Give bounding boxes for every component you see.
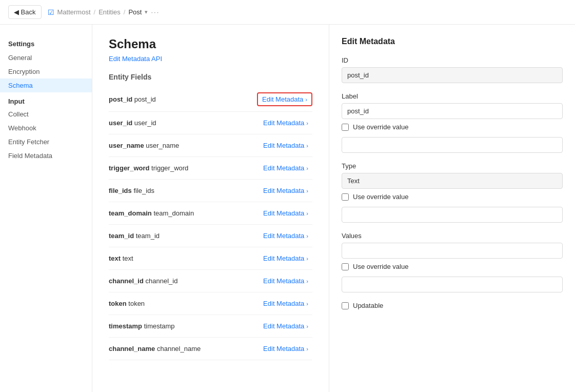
label-section: Label Use override value [342,92,563,153]
schema-title: Schema [109,37,312,51]
field-name-user_id: user_id user_id [109,119,156,127]
type-label: Type [342,162,563,170]
updatable-label: Updatable [353,302,383,309]
breadcrumb-sep2: / [124,8,126,16]
chevron-right-icon: › [306,301,308,307]
chevron-right-icon: › [306,120,308,126]
chevron-right-icon: › [306,188,308,194]
override-values-input[interactable] [342,277,563,292]
edit-metadata-btn-trigger_word[interactable]: Edit Metadata › [259,162,312,174]
field-name-trigger_word: trigger_word trigger_word [109,164,188,172]
breadcrumb-app[interactable]: Mattermost [57,8,91,16]
type-input[interactable] [342,173,563,189]
use-override-type-text: Use override value [353,193,408,201]
sidebar-item-entity-fetcher[interactable]: Entity Fetcher [0,135,92,149]
breadcrumb-current: Post [128,8,142,16]
label-input[interactable] [342,103,563,119]
chevron-right-icon: › [306,346,308,352]
breadcrumb-sep1: / [94,8,96,16]
input-section-title: Input [0,92,92,107]
edit-metadata-btn-post_id[interactable]: Edit Metadata › [257,92,312,106]
chevron-right-icon: › [306,278,308,284]
main-layout: Settings General Encryption Schema Input… [0,25,575,392]
sidebar-item-schema[interactable]: Schema [0,79,92,92]
use-override-label-checkbox[interactable] [342,124,349,131]
edit-metadata-btn-channel_name[interactable]: Edit Metadata › [259,343,312,355]
id-input[interactable] [342,67,563,83]
edit-metadata-btn-timestamp[interactable]: Edit Metadata › [259,320,312,332]
field-name-post_id: post_id post_id [109,95,156,103]
chevron-right-icon: › [306,143,308,149]
entity-fields-title: Entity Fields [109,73,312,81]
edit-metadata-btn-team_id[interactable]: Edit Metadata › [259,230,312,242]
field-name-timestamp: timestamp timestamp [109,322,175,330]
use-override-label-text: Use override value [353,123,408,131]
breadcrumb-dropdown-icon[interactable]: ▾ [145,9,148,15]
field-row-channel_name: channel_name channel_name Edit Metadata … [109,338,312,360]
right-panel-title: Edit Metadata [342,37,563,46]
edit-metadata-api-link[interactable]: Edit Metadata API [109,55,162,63]
content-area: Schema Edit Metadata API Entity Fields p… [92,25,329,392]
field-name-team_domain: team_domain team_domain [109,209,194,217]
field-name-user_name: user_name user_name [109,142,179,149]
use-override-values-row: Use override value [342,263,563,270]
sidebar-item-collect[interactable]: Collect [0,107,92,121]
field-name-team_id: team_id team_id [109,232,160,240]
values-section: Values Use override value [342,232,563,292]
updatable-checkbox[interactable] [342,302,349,309]
breadcrumb-entities[interactable]: Entities [98,8,121,16]
right-panel: Edit Metadata ID Label Use override valu… [329,25,575,392]
back-button[interactable]: ◀ Back [8,5,42,19]
edit-metadata-btn-user_name[interactable]: Edit Metadata › [259,140,312,151]
edit-metadata-btn-channel_id[interactable]: Edit Metadata › [259,275,312,287]
field-name-channel_name: channel_name channel_name [109,345,201,352]
breadcrumb: ☑ Mattermost / Entities / Post ▾ ··· [48,8,160,16]
type-section: Type Use override value [342,162,563,223]
use-override-type-row: Use override value [342,193,563,201]
values-input[interactable] [342,243,563,259]
field-row-user_id: user_id user_id Edit Metadata › [109,112,312,134]
override-type-input[interactable] [342,207,563,223]
edit-metadata-btn-team_domain[interactable]: Edit Metadata › [259,207,312,219]
updatable-row: Updatable [342,302,563,309]
sidebar-item-encryption[interactable]: Encryption [0,65,92,79]
field-row-team_id: team_id team_id Edit Metadata › [109,225,312,247]
chevron-right-icon: › [306,256,308,262]
edit-metadata-btn-file_ids[interactable]: Edit Metadata › [259,185,312,197]
field-name-token: token token [109,300,145,307]
edit-metadata-btn-token[interactable]: Edit Metadata › [259,298,312,309]
use-override-values-checkbox[interactable] [342,263,349,270]
settings-title: Settings [0,37,92,51]
field-row-trigger_word: trigger_word trigger_word Edit Metadata … [109,157,312,180]
use-override-values-text: Use override value [353,263,408,270]
chevron-right-icon: › [306,233,308,239]
sidebar-item-field-metadata[interactable]: Field Metadata [0,149,92,163]
label-label: Label [342,92,563,100]
sidebar-item-webhook[interactable]: Webhook [0,121,92,135]
values-label: Values [342,232,563,240]
chevron-right-icon: › [306,210,308,217]
field-row-file_ids: file_ids file_ids Edit Metadata › [109,180,312,202]
breadcrumb-more-button[interactable]: ··· [151,8,160,16]
sidebar-item-general[interactable]: General [0,51,92,65]
field-row-team_domain: team_domain team_domain Edit Metadata › [109,202,312,225]
field-name-channel_id: channel_id channel_id [109,277,177,285]
use-override-label-row: Use override value [342,123,563,131]
field-row-channel_id: channel_id channel_id Edit Metadata › [109,270,312,292]
use-override-type-checkbox[interactable] [342,193,349,201]
chevron-right-icon: › [305,96,307,103]
mattermost-icon: ☑ [48,8,54,16]
override-label-input[interactable] [342,137,563,153]
field-row-text: text text Edit Metadata › [109,247,312,270]
field-row-token: token token Edit Metadata › [109,292,312,315]
field-name-file_ids: file_ids file_ids [109,187,154,194]
field-name-text: text text [109,254,133,262]
field-row-post_id: post_id post_id Edit Metadata › [109,87,312,112]
field-row-timestamp: timestamp timestamp Edit Metadata › [109,315,312,338]
field-row-user_name: user_name user_name Edit Metadata › [109,134,312,157]
edit-metadata-btn-user_id[interactable]: Edit Metadata › [259,117,312,129]
id-section: ID [342,56,563,83]
edit-metadata-btn-text[interactable]: Edit Metadata › [259,252,312,264]
chevron-right-icon: › [306,323,308,329]
chevron-right-icon: › [306,165,308,171]
